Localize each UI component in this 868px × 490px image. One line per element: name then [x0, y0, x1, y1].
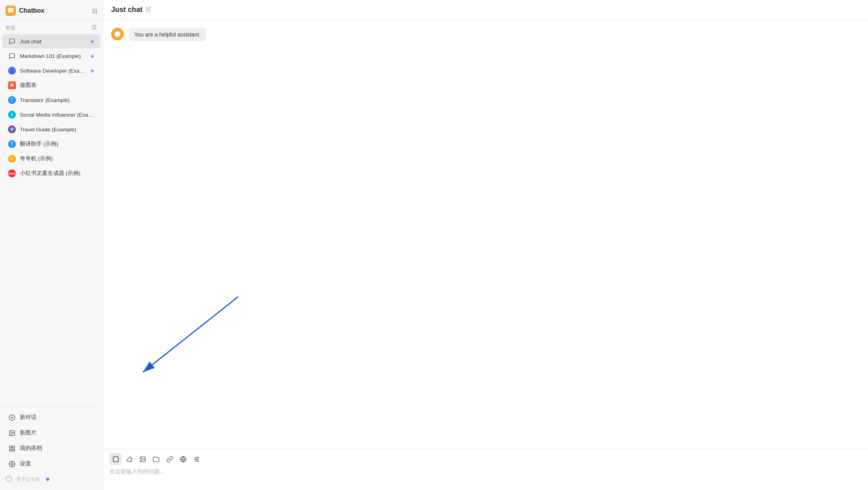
- folder-button[interactable]: [150, 453, 162, 465]
- star-icon: ★: [90, 68, 95, 74]
- person-avatar-icon: 👤: [8, 67, 16, 75]
- app-title-group: Chatbox: [6, 6, 44, 16]
- sidebar-item-label: Software Developer (Example): [20, 68, 86, 74]
- new-image-icon: [8, 429, 16, 437]
- settings-label: 设置: [20, 460, 31, 467]
- version-item: 关于(1.9.5): [0, 472, 103, 487]
- translator-avatar-icon: T: [8, 96, 16, 104]
- sidebar-item-label: 做图表: [20, 82, 95, 89]
- toolbar: [110, 453, 862, 465]
- sidebar-header: Chatbox ⊟: [0, 0, 103, 20]
- my-collection-icon: [8, 444, 16, 452]
- sidebar-item-just-chat[interactable]: Just chat ★: [2, 34, 100, 48]
- svg-point-25: [195, 459, 196, 460]
- main-content: Just chat You are a helpful assistant.: [103, 0, 868, 490]
- arrow-overlay: [119, 293, 246, 385]
- sidebar-item-label: 翻译助手 (示例): [20, 140, 95, 148]
- social-media-avatar-icon: S: [8, 111, 16, 119]
- update-dot: [46, 478, 49, 481]
- sidebar-item-label: Translator (Example): [20, 97, 95, 103]
- sidebar-item-kuakuaji[interactable]: ☀ 夸夸机 (示例): [2, 152, 100, 166]
- svg-rect-8: [10, 449, 12, 451]
- sidebar-item-list: Just chat ★ Markdown 101 (Example) ★ 👤 S…: [0, 34, 103, 406]
- sidebar-item-label: 小红书文案生成器 (示例): [20, 170, 95, 177]
- sidebar-item-markdown-101[interactable]: Markdown 101 (Example) ★: [2, 49, 100, 63]
- system-message: You are a helpful assistant.: [111, 28, 860, 41]
- main-header: Just chat: [103, 0, 868, 20]
- app-title: Chatbox: [19, 7, 44, 14]
- conversations-section-header: 对话: [0, 20, 103, 34]
- travel-guide-avatar-icon: 🌍: [8, 125, 16, 133]
- svg-line-15: [143, 297, 238, 372]
- sidebar-item-travel-guide[interactable]: 🌍 Travel Guide (Example): [2, 122, 100, 136]
- new-chat-button[interactable]: 新对话: [2, 410, 100, 425]
- sidebar-item-fanyi-zhushou[interactable]: T 翻译助手 (示例): [2, 137, 100, 151]
- svg-point-24: [197, 457, 198, 458]
- svg-rect-16: [113, 457, 118, 462]
- xiaohongshu-avatar-icon: HXH: [8, 169, 16, 177]
- star-icon: ★: [90, 53, 95, 59]
- box-button[interactable]: [110, 453, 121, 465]
- sidebar-item-label: Just chat: [20, 38, 86, 44]
- new-chat-label: 新对话: [20, 414, 37, 421]
- chat-icon: [8, 37, 16, 45]
- chat-area: You are a helpful assistant.: [103, 20, 868, 449]
- svg-rect-7: [12, 449, 14, 451]
- sidebar-item-label: Travel Guide (Example): [20, 127, 95, 133]
- link-button[interactable]: [164, 453, 175, 465]
- chat-input[interactable]: [110, 468, 862, 484]
- sidebar-item-label: Markdown 101 (Example): [20, 53, 86, 59]
- sidebar-item-label: Social Media Influencer (Example): [20, 112, 95, 118]
- sidebar-bottom: 新对话 新图片 我的搭档: [0, 406, 103, 490]
- star-icon: ★: [90, 38, 95, 44]
- system-message-bubble: You are a helpful assistant.: [129, 28, 206, 41]
- sidebar-item-zuotubiao[interactable]: 图 做图表: [2, 78, 100, 92]
- svg-rect-5: [10, 446, 12, 448]
- system-avatar: [111, 28, 124, 40]
- app-icon: [6, 6, 16, 16]
- delete-conversations-icon[interactable]: [91, 24, 97, 31]
- my-collection-label: 我的搭档: [20, 445, 42, 452]
- sidebar: Chatbox ⊟ 对话 Just chat ★: [0, 0, 103, 490]
- config-button[interactable]: [191, 453, 202, 465]
- svg-point-18: [141, 457, 142, 458]
- new-chat-icon: [8, 413, 16, 421]
- settings-icon: [8, 460, 16, 468]
- input-area: [103, 449, 868, 490]
- globe-button[interactable]: [177, 453, 189, 465]
- fanyi-avatar-icon: T: [8, 140, 16, 148]
- page-title: Just chat: [111, 6, 142, 14]
- system-message-text: You are a helpful assistant.: [134, 31, 201, 38]
- new-image-button[interactable]: 新图片: [2, 425, 100, 440]
- sidebar-item-label: 夸夸机 (示例): [20, 155, 95, 162]
- image-button[interactable]: [137, 453, 148, 465]
- sidebar-item-translator[interactable]: T Translator (Example): [2, 93, 100, 107]
- chat-icon: [8, 52, 16, 60]
- sidebar-item-social-media[interactable]: S Social Media Influencer (Example): [2, 108, 100, 122]
- conversations-label: 对话: [6, 25, 15, 31]
- about-icon: [6, 475, 12, 483]
- svg-point-26: [197, 460, 198, 461]
- new-image-label: 新图片: [20, 429, 37, 436]
- kuakuaji-avatar-icon: ☀: [8, 155, 16, 163]
- sidebar-item-xiaohongshu[interactable]: HXH 小红书文案生成器 (示例): [2, 166, 100, 181]
- version-label: 关于(1.9.5): [16, 476, 40, 483]
- eraser-button[interactable]: [123, 453, 135, 465]
- edit-title-icon[interactable]: [146, 6, 151, 13]
- my-collection-button[interactable]: 我的搭档: [2, 441, 100, 456]
- svg-rect-6: [12, 446, 14, 448]
- svg-point-4: [10, 431, 11, 432]
- settings-button[interactable]: 设置: [2, 456, 100, 471]
- svg-point-9: [11, 463, 13, 465]
- chart-avatar-icon: 图: [8, 81, 16, 89]
- sidebar-item-software-developer[interactable]: 👤 Software Developer (Example) ★: [2, 63, 100, 78]
- collapse-icon[interactable]: ⊟: [92, 7, 97, 15]
